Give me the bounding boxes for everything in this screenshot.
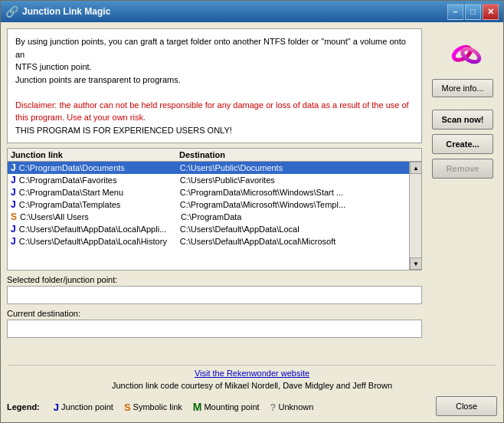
junction-table: Junction link Destination JC:\ProgramDat… — [7, 148, 422, 271]
row-type-icon: J — [11, 187, 16, 198]
row-junction-path: C:\Users\Default\AppData\Local\Appli... — [19, 225, 180, 234]
info-line2: NTFS junction point. — [15, 61, 414, 74]
legend-item-m: M Mounting point — [193, 401, 260, 413]
info-box: By using junction points, you can graft … — [7, 28, 422, 143]
legend-m-icon: M — [193, 401, 202, 413]
legend-item-q: ? Unknown — [270, 402, 314, 413]
footer-divider — [8, 365, 496, 366]
current-dest-label: Current destination: — [7, 309, 422, 318]
row-dest-path: C:\ProgramData\Microsoft\Windows\Templ..… — [180, 200, 406, 209]
side-panel: More info... Scan now! Create... Remove — [428, 28, 497, 356]
table-row[interactable]: JC:\ProgramData\TemplatesC:\ProgramData\… — [8, 198, 409, 211]
table-row[interactable]: JC:\ProgramData\Start MenuC:\ProgramData… — [8, 186, 409, 198]
row-type-icon: J — [11, 224, 16, 234]
info-fields: Selected folder/junction point: Current … — [7, 275, 422, 338]
minimize-button[interactable]: – — [447, 4, 463, 20]
right-buttons: Scan now! Create... Remove — [432, 110, 493, 179]
website-link[interactable]: Visit the Rekenwonder website — [8, 369, 496, 378]
legend-label: Legend: — [7, 402, 40, 412]
row-junction-path: C:\ProgramData\Templates — [19, 200, 180, 209]
row-dest-path: C:\Users\Public\Documents — [180, 163, 406, 172]
more-info-button[interactable]: More info... — [432, 79, 493, 97]
window-close-button[interactable]: ✕ — [483, 4, 499, 20]
legend-q-label: Unknown — [279, 402, 314, 412]
table-scrollbar[interactable]: ▲ ▼ — [409, 162, 421, 270]
row-junction-path: C:\ProgramData\Start Menu — [19, 188, 180, 197]
row-dest-path: C:\Users\Default\AppData\Local — [180, 225, 406, 234]
row-type-icon: S — [11, 212, 17, 222]
scroll-down-button[interactable]: ▼ — [410, 257, 421, 270]
legend-j-label: Junction point — [61, 402, 113, 412]
create-button[interactable]: Create... — [432, 134, 493, 154]
table-row[interactable]: SC:\Users\All UsersC:\ProgramData — [8, 211, 409, 223]
current-dest-value — [7, 320, 422, 338]
bottom-row: Legend: J Junction point S Symbolic link… — [1, 396, 503, 422]
row-junction-path: C:\ProgramData\Favorites — [19, 175, 180, 185]
close-button[interactable]: Close — [436, 396, 497, 416]
logo-icon — [440, 28, 486, 74]
legend-j-icon: J — [54, 402, 59, 413]
row-dest-path: C:\ProgramData\Microsoft\Windows\Start .… — [180, 188, 406, 197]
col-junction-header: Junction link — [11, 150, 179, 159]
svg-point-1 — [460, 46, 482, 64]
table-row[interactable]: JC:\ProgramData\DocumentsC:\Users\Public… — [8, 162, 409, 174]
row-type-icon: J — [11, 199, 16, 210]
legend-item-s: S Symbolic link — [124, 402, 182, 413]
remove-button[interactable]: Remove — [432, 159, 493, 179]
legend-item-j: J Junction point — [54, 402, 113, 413]
main-panel: By using junction points, you can graft … — [7, 28, 422, 356]
row-dest-path: C:\Users\Default\AppData\Local\Microsoft — [180, 237, 406, 246]
table-row[interactable]: JC:\Users\Default\AppData\Local\Appli...… — [8, 223, 409, 235]
maximize-button[interactable]: □ — [465, 4, 481, 20]
row-junction-path: C:\Users\All Users — [20, 212, 181, 221]
selected-field-value — [7, 286, 422, 304]
legend: Legend: J Junction point S Symbolic link… — [7, 398, 313, 416]
row-dest-path: C:\ProgramData — [181, 212, 406, 221]
table-body: JC:\ProgramData\DocumentsC:\Users\Public… — [8, 162, 409, 270]
app-icon: 🔗 — [5, 5, 18, 18]
title-bar-left: 🔗 Junction Link Magic — [5, 5, 110, 18]
credits-text: Junction link code courtesy of Mikael No… — [8, 381, 496, 390]
col-dest-header: Destination — [179, 150, 418, 159]
disclaimer-text: Disclaimer: the author can not be held r… — [15, 99, 414, 124]
info-line1: By using junction points, you can graft … — [15, 35, 414, 61]
footer-area: Visit the Rekenwonder website Junction l… — [1, 362, 503, 396]
row-junction-path: C:\Users\Default\AppData\Local\History — [19, 237, 180, 246]
table-row[interactable]: JC:\Users\Default\AppData\Local\HistoryC… — [8, 235, 409, 248]
warning-text: THIS PROGRAM IS FOR EXPERIENCED USERS ON… — [15, 124, 414, 137]
table-header: Junction link Destination — [8, 149, 421, 162]
scroll-up-button[interactable]: ▲ — [410, 162, 421, 174]
logo-area: More info... — [432, 28, 493, 97]
table-row[interactable]: JC:\ProgramData\FavoritesC:\Users\Public… — [8, 174, 409, 186]
selected-field-label: Selected folder/junction point: — [7, 275, 422, 284]
scroll-track — [410, 174, 421, 257]
row-type-icon: J — [11, 175, 16, 185]
legend-s-label: Symbolic link — [133, 402, 182, 412]
title-buttons: – □ ✕ — [447, 4, 499, 20]
legend-s-icon: S — [124, 402, 131, 413]
row-type-icon: J — [11, 162, 16, 173]
main-window: 🔗 Junction Link Magic – □ ✕ By using jun… — [0, 0, 504, 423]
row-junction-path: C:\ProgramData\Documents — [19, 163, 180, 172]
row-type-icon: J — [11, 236, 16, 247]
row-dest-path: C:\Users\Public\Favorites — [180, 175, 406, 185]
current-dest-container: Current destination: — [7, 309, 422, 338]
legend-m-label: Mounting point — [204, 402, 259, 412]
content-area: By using junction points, you can graft … — [1, 22, 503, 362]
legend-q-icon: ? — [270, 402, 277, 413]
title-bar: 🔗 Junction Link Magic – □ ✕ — [1, 1, 503, 22]
info-line3: Junction points are transparent to progr… — [15, 74, 414, 87]
window-title: Junction Link Magic — [22, 6, 110, 17]
selected-field-container: Selected folder/junction point: — [7, 275, 422, 304]
scan-button[interactable]: Scan now! — [432, 110, 493, 130]
